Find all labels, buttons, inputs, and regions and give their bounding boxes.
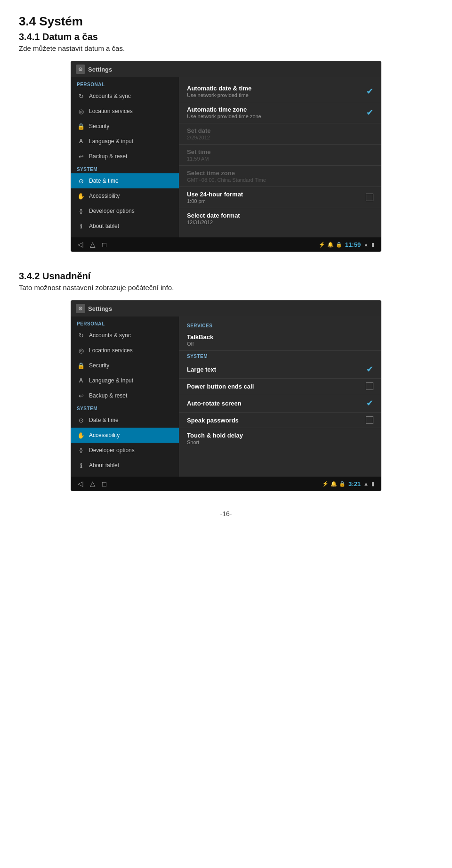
developer-label-1: Developer options bbox=[89, 208, 135, 214]
personal-label-1: PERSONAL bbox=[71, 79, 179, 89]
touch-hold-sub: Short bbox=[187, 439, 243, 445]
sidebar-item-accessibility-1[interactable]: ✋ Accessibility bbox=[71, 188, 179, 203]
sidebar-item-accessibility-2[interactable]: ✋ Accessibility bbox=[71, 428, 179, 443]
battery-icon-1: ▮ bbox=[371, 242, 374, 248]
content-talkback[interactable]: TalkBack Off bbox=[179, 330, 381, 351]
speak-pw-checkbox[interactable] bbox=[366, 416, 373, 424]
sidebar-item-location-2[interactable]: ◎ Location services bbox=[71, 343, 179, 358]
content-touch-hold[interactable]: Touch & hold delay Short bbox=[179, 428, 381, 449]
auto-date-sub: Use network-provided time bbox=[187, 92, 251, 98]
back-icon-2[interactable]: ◁ bbox=[78, 479, 83, 488]
section2-heading: 3.4.2 Usnadnění bbox=[19, 271, 433, 282]
backup-icon-1: ↩ bbox=[77, 152, 85, 161]
wifi-icon-1: ▲ bbox=[363, 242, 369, 247]
content-large-text[interactable]: Large text ✔ bbox=[179, 360, 381, 379]
sidebar-item-location-1[interactable]: ◎ Location services bbox=[71, 104, 179, 119]
developer-icon-1: {} bbox=[77, 207, 85, 215]
sidebar-item-about-2[interactable]: ℹ About tablet bbox=[71, 458, 179, 473]
content-auto-date[interactable]: Automatic date & time Use network-provid… bbox=[179, 81, 381, 102]
back-icon-1[interactable]: ◁ bbox=[78, 240, 83, 249]
content-set-time[interactable]: Set time 11:59 AM bbox=[179, 145, 381, 166]
page-number: -16- bbox=[19, 510, 433, 518]
content-select-tz[interactable]: Select time zone GMT+08:00, China Standa… bbox=[179, 166, 381, 187]
sidebar-item-security-1[interactable]: 🔒 Security bbox=[71, 119, 179, 134]
settings-body-1: PERSONAL ↻ Accounts & sync ◎ Location se… bbox=[71, 77, 381, 237]
security-icon-1: 🔒 bbox=[77, 122, 85, 130]
accounts-label-1: Accounts & sync bbox=[89, 93, 131, 99]
content-speak-pw[interactable]: Speak passwords bbox=[179, 413, 381, 428]
accounts-icon-2: ↻ bbox=[77, 331, 85, 340]
settings-titlebar-1: Settings bbox=[71, 61, 381, 77]
date-fmt-sub: 12/31/2012 bbox=[187, 219, 240, 225]
section-2: 3.4.2 Usnadnění Tato možnost nastavení z… bbox=[19, 271, 433, 491]
statusbar-1: ◁ △ □ ⚡ 🔔 🔒 11:59 ▲ ▮ bbox=[71, 237, 381, 251]
wifi-icon-2: ▲ bbox=[363, 481, 369, 487]
battery-icon-2: ▮ bbox=[371, 481, 374, 487]
language-label-1: Language & input bbox=[89, 138, 133, 145]
power-btn-checkbox[interactable] bbox=[366, 382, 373, 390]
settings-app-icon-1 bbox=[76, 65, 85, 74]
security-label-2: Security bbox=[89, 362, 109, 369]
datetime-label-1: Date & time bbox=[89, 178, 119, 184]
24hr-checkbox[interactable] bbox=[366, 194, 373, 201]
backup-icon-2: ↩ bbox=[77, 391, 85, 400]
sidebar-item-backup-2[interactable]: ↩ Backup & reset bbox=[71, 388, 179, 403]
screenshot-1: Settings PERSONAL ↻ Accounts & sync ◎ Lo… bbox=[71, 61, 381, 252]
system-label-1: SYSTEM bbox=[71, 164, 179, 173]
accounts-icon-1: ↻ bbox=[77, 92, 85, 100]
about-icon-2: ℹ bbox=[77, 461, 85, 470]
speak-pw-title: Speak passwords bbox=[187, 417, 239, 424]
select-tz-title: Select time zone bbox=[187, 170, 266, 177]
sidebar-item-about-1[interactable]: ℹ About tablet bbox=[71, 219, 179, 234]
lock-icon-1: 🔒 bbox=[336, 242, 342, 248]
status-time-1: 11:59 bbox=[345, 241, 361, 248]
content-2: SERVICES TalkBack Off SYSTEM Large text … bbox=[179, 316, 381, 477]
content-24hr[interactable]: Use 24-hour format 1:00 pm bbox=[179, 187, 381, 208]
content-set-date[interactable]: Set date 2/29/2012 bbox=[179, 123, 381, 145]
svg-point-3 bbox=[80, 308, 81, 309]
section-1: 3.4.1 Datum a čas Zde můžete nastavit da… bbox=[19, 32, 433, 252]
svg-point-1 bbox=[80, 69, 81, 70]
section1-desc: Zde můžete nastavit datum a čas. bbox=[19, 44, 433, 52]
home-icon-2[interactable]: △ bbox=[90, 479, 96, 488]
section2-desc: Tato možnost nastavení zobrazuje počáteč… bbox=[19, 284, 433, 292]
set-time-sub: 11:59 AM bbox=[187, 156, 211, 162]
status-right-2: ⚡ 🔔 🔒 3:21 ▲ ▮ bbox=[322, 480, 374, 487]
large-text-title: Large text bbox=[187, 366, 216, 373]
recents-icon-1[interactable]: □ bbox=[102, 241, 106, 249]
sidebar-item-language-2[interactable]: A Language & input bbox=[71, 373, 179, 388]
content-date-fmt[interactable]: Select date format 12/31/2012 bbox=[179, 208, 381, 229]
status-time-2: 3:21 bbox=[348, 480, 361, 487]
language-icon-1: A bbox=[77, 137, 85, 146]
language-label-2: Language & input bbox=[89, 377, 133, 384]
sidebar-item-datetime-1[interactable]: ⊙ Date & time bbox=[71, 173, 179, 188]
sidebar-item-accounts-1[interactable]: ↻ Accounts & sync bbox=[71, 89, 179, 104]
content-auto-tz[interactable]: Automatic time zone Use network-provided… bbox=[179, 102, 381, 123]
sidebar-item-accounts-2[interactable]: ↻ Accounts & sync bbox=[71, 328, 179, 343]
home-icon-1[interactable]: △ bbox=[90, 240, 96, 249]
date-fmt-title: Select date format bbox=[187, 212, 240, 219]
sidebar-item-developer-1[interactable]: {} Developer options bbox=[71, 203, 179, 219]
location-label-1: Location services bbox=[89, 108, 133, 114]
sidebar-item-developer-2[interactable]: {} Developer options bbox=[71, 443, 179, 458]
screenshot-2: Settings PERSONAL ↻ Accounts & sync ◎ Lo… bbox=[71, 300, 381, 491]
system-label-content: SYSTEM bbox=[179, 351, 381, 360]
sidebar-item-backup-1[interactable]: ↩ Backup & reset bbox=[71, 149, 179, 164]
usb-icon-1: ⚡ bbox=[319, 242, 325, 248]
content-auto-rotate[interactable]: Auto-rotate screen ✔ bbox=[179, 394, 381, 413]
about-icon-1: ℹ bbox=[77, 222, 85, 230]
sidebar-item-security-2[interactable]: 🔒 Security bbox=[71, 358, 179, 373]
location-icon-1: ◎ bbox=[77, 107, 85, 115]
backup-label-1: Backup & reset bbox=[89, 153, 127, 160]
recents-icon-2[interactable]: □ bbox=[102, 480, 106, 488]
sidebar-item-language-1[interactable]: A Language & input bbox=[71, 134, 179, 149]
lock-icon-2: 🔒 bbox=[339, 481, 346, 487]
backup-label-2: Backup & reset bbox=[89, 392, 127, 399]
select-tz-sub: GMT+08:00, China Standard Time bbox=[187, 177, 266, 183]
content-power-btn[interactable]: Power button ends call bbox=[179, 379, 381, 394]
system-label-2: SYSTEM bbox=[71, 403, 179, 413]
about-label-2: About tablet bbox=[89, 462, 119, 469]
status-right-1: ⚡ 🔔 🔒 11:59 ▲ ▮ bbox=[319, 241, 374, 248]
sidebar-item-datetime-2[interactable]: ⊙ Date & time bbox=[71, 413, 179, 428]
accessibility-label-1: Accessibility bbox=[89, 193, 120, 199]
